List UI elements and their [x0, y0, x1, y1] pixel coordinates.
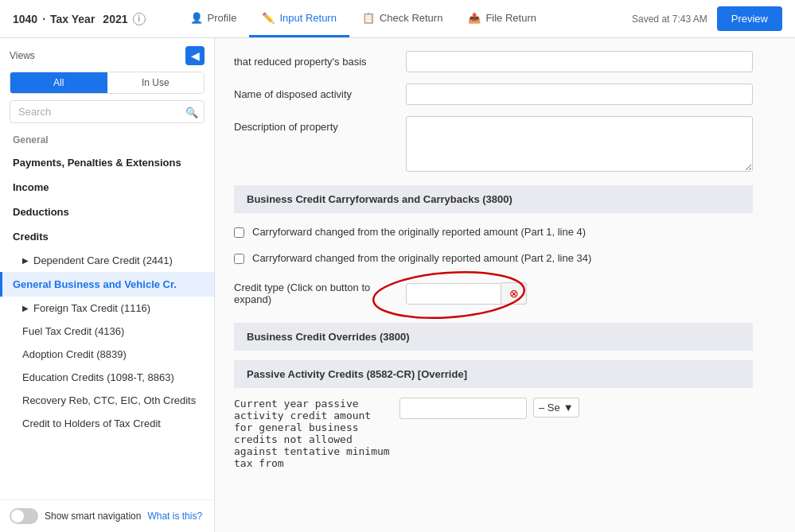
sidebar-item-credits[interactable]: Credits	[0, 224, 214, 249]
credit-type-container: Credit type (Click on button to expand) …	[234, 275, 753, 312]
tab-file-return[interactable]: 📤 File Return	[455, 0, 549, 37]
credits-label: Credits	[13, 231, 49, 243]
foreign-tax-label: Foreign Tax Credit (1116)	[33, 302, 150, 314]
form-row-disposed: Name of disposed activity	[234, 83, 753, 105]
deductions-label: Deductions	[13, 206, 69, 218]
disposed-label: Name of disposed activity	[234, 83, 393, 100]
check-return-tab-label: Check Return	[380, 12, 442, 24]
view-toggle: All In Use	[10, 72, 205, 94]
info-icon[interactable]: i	[133, 13, 146, 25]
checkbox-row-part2: Carryforward changed from the originally…	[234, 249, 753, 267]
form-row-description: Description of property	[234, 116, 753, 174]
tax-year: 2021	[103, 13, 127, 25]
passive-amount-input[interactable]	[399, 398, 527, 419]
saved-status: Saved at 7:43 AM	[632, 14, 707, 25]
file-return-tab-icon: 📤	[468, 12, 481, 24]
general-business-label: General Business and Vehicle Cr.	[13, 278, 177, 290]
expand-dependent-icon: ▶	[22, 256, 29, 265]
check-return-tab-icon: 📋	[362, 12, 375, 24]
passive-input-row: Current year passive activity credit amo…	[234, 398, 753, 469]
checkbox-row-part1: Carryforward changed from the originally…	[234, 223, 753, 241]
view-all-button[interactable]: All	[10, 72, 107, 93]
dependent-care-label: Dependent Care Credit (2441)	[33, 254, 173, 266]
passive-section: Current year passive activity credit amo…	[234, 398, 753, 469]
basis-input[interactable]	[406, 51, 753, 72]
disposed-input-wrap	[406, 83, 753, 105]
client-id: 1040	[13, 13, 37, 25]
se-dropdown[interactable]: – Se ▼	[533, 398, 579, 417]
carryforward-section-header: Business Credit Carryforwards and Carryb…	[234, 185, 753, 213]
chevron-down-icon: ▼	[563, 402, 574, 414]
profile-tab-icon: 👤	[190, 12, 203, 24]
sidebar-item-adoption[interactable]: Adoption Credit (8839)	[0, 343, 214, 366]
smart-nav-row: Show smart navigation What is this?	[0, 499, 214, 532]
sidebar-item-dependent-care[interactable]: ▶ Dependent Care Credit (2441)	[0, 249, 214, 272]
expand-button[interactable]: ⊗	[501, 282, 527, 305]
payments-label: Payments, Penalties & Extensions	[13, 157, 181, 169]
preview-button[interactable]: Preview	[717, 6, 782, 31]
description-textarea[interactable]	[406, 116, 753, 172]
smart-nav-label: Show smart navigation	[45, 511, 141, 522]
main-nav: 👤 Profile ✏️ Input Return 📋 Check Return…	[177, 0, 549, 37]
description-label: Description of property	[234, 116, 393, 133]
sidebar-item-general-business[interactable]: General Business and Vehicle Cr.	[0, 272, 214, 297]
sidebar-item-fuel-tax[interactable]: Fuel Tax Credit (4136)	[0, 320, 214, 343]
tab-input-return[interactable]: ✏️ Input Return	[249, 0, 349, 37]
smart-nav-toggle[interactable]	[10, 508, 38, 524]
sidebar-item-foreign-tax[interactable]: ▶ Foreign Tax Credit (1116)	[0, 297, 214, 320]
sidebar-item-deductions[interactable]: Deductions	[0, 200, 214, 224]
sidebar-item-income[interactable]: Income	[0, 175, 214, 200]
income-label: Income	[13, 181, 49, 193]
checkbox-part2[interactable]	[234, 254, 244, 264]
sidebar-item-credit-holders[interactable]: Credit to Holders of Tax Credit	[0, 412, 214, 435]
expand-foreign-icon: ▶	[22, 304, 29, 313]
top-bar: 1040 · Tax Year 2021 i 👤 Profile ✏️ Inpu…	[0, 0, 795, 38]
form-row-basis: that reduced property's basis	[234, 51, 753, 72]
sidebar-item-recovery[interactable]: Recovery Reb, CTC, EIC, Oth Credits	[0, 389, 214, 412]
adoption-label: Adoption Credit (8839)	[22, 348, 127, 360]
input-return-tab-icon: ✏️	[262, 12, 275, 24]
description-input-wrap	[406, 116, 753, 174]
fuel-tax-label: Fuel Tax Credit (4136)	[22, 325, 124, 337]
dot-separator: ·	[42, 13, 45, 25]
sidebar-views-header: Views ◀	[0, 38, 214, 72]
profile-tab-label: Profile	[208, 12, 237, 24]
disposed-input[interactable]	[406, 83, 753, 105]
main-layout: Views ◀ All In Use 🔍 General Payments, P…	[0, 38, 795, 532]
client-title: 1040 · Tax Year 2021 i	[13, 13, 146, 25]
content-area: that reduced property's basis Name of di…	[215, 38, 795, 532]
top-bar-right: Saved at 7:43 AM Preview	[632, 6, 782, 31]
overrides-section-header: Business Credit Overrides (3800)	[234, 323, 753, 351]
collapse-sidebar-button[interactable]: ◀	[185, 46, 205, 65]
passive-section-header: Passive Activity Credits (8582-CR) [Over…	[234, 360, 753, 388]
checkbox-part2-label: Carryforward changed from the originally…	[252, 252, 591, 264]
sidebar-item-payments[interactable]: Payments, Penalties & Extensions	[0, 150, 214, 175]
views-label: Views	[10, 50, 35, 61]
search-input[interactable]	[10, 100, 205, 123]
basis-label: that reduced property's basis	[234, 51, 393, 68]
tab-check-return[interactable]: 📋 Check Return	[349, 0, 455, 37]
expand-icon: ⊗	[509, 287, 519, 300]
credit-type-input-group: ⊗	[406, 282, 527, 305]
what-is-this-link[interactable]: What is this?	[147, 511, 202, 522]
credit-holders-label: Credit to Holders of Tax Credit	[22, 417, 161, 429]
sidebar-item-education[interactable]: Education Credits (1098-T, 8863)	[0, 366, 214, 389]
tab-profile[interactable]: 👤 Profile	[177, 0, 250, 37]
se-label: – Se	[539, 402, 560, 414]
input-return-tab-label: Input Return	[279, 12, 337, 24]
recovery-label: Recovery Reb, CTC, EIC, Oth Credits	[22, 394, 196, 406]
passive-description-textarea: Current year passive activity credit amo…	[234, 398, 393, 469]
basis-input-wrap	[406, 51, 753, 72]
toggle-knob	[11, 510, 24, 522]
checkbox-part1-label: Carryforward changed from the originally…	[252, 226, 586, 238]
sidebar-nav: General Payments, Penalties & Extensions…	[0, 130, 214, 499]
view-in-use-button[interactable]: In Use	[107, 72, 205, 93]
credit-type-input[interactable]	[406, 283, 501, 305]
credit-type-label: Credit type (Click on button to expand)	[234, 282, 393, 305]
search-box: 🔍	[10, 100, 205, 123]
checkbox-part1[interactable]	[234, 227, 244, 238]
credit-type-row: Credit type (Click on button to expand) …	[234, 275, 753, 312]
sidebar-section-general: General	[0, 130, 214, 150]
search-icon[interactable]: 🔍	[185, 106, 198, 118]
education-label: Education Credits (1098-T, 8863)	[22, 371, 174, 383]
